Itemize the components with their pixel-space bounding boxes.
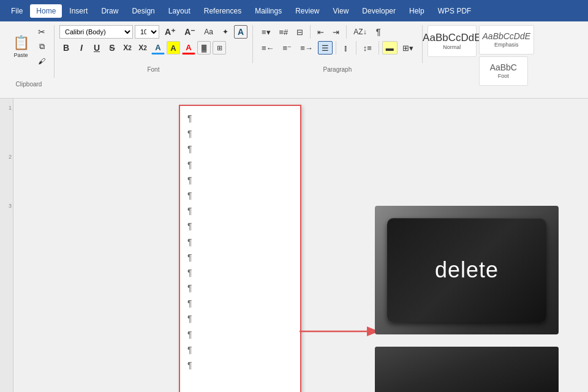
text-effects-button[interactable]: A [234, 25, 247, 39]
style-normal-preview: AaBbCcDdE [423, 32, 481, 43]
shading-button[interactable]: ▬ [382, 41, 398, 55]
underline-button[interactable]: U [90, 41, 104, 55]
para-mark-12: ¶ [187, 281, 293, 296]
cut-button[interactable]: ✂ [34, 25, 49, 39]
copy-button[interactable]: ⧉ [34, 40, 49, 53]
arrow-graphic [300, 319, 385, 344]
line-spacing-button[interactable]: ↕≡ [360, 41, 375, 55]
para-mark-11: ¶ [187, 265, 293, 281]
para-mark-8: ¶ [187, 219, 293, 234]
menu-developer[interactable]: Developer [356, 4, 402, 18]
font-name-selector[interactable]: Calibri (Body) [59, 25, 133, 39]
para-mark-4: ¶ [187, 157, 293, 173]
increase-indent-button[interactable]: ⇥ [329, 25, 343, 39]
menu-bar: File Home Insert Draw Design Layout Refe… [0, 0, 588, 21]
menu-file[interactable]: File [5, 4, 29, 18]
multilevel-list-button[interactable]: ⊟ [293, 25, 307, 39]
clipboard-label: Clipboard [4, 81, 54, 88]
ruler-mark-2: 2 [0, 154, 13, 203]
change-case-button[interactable]: Aa [200, 25, 217, 39]
menu-insert[interactable]: Insert [63, 4, 94, 18]
doc-area: ¶ ¶ ¶ ¶ ¶ ¶ ¶ ¶ ¶ ¶ ¶ ¶ ¶ ¶ ¶ ¶ ¶ delete [13, 99, 588, 392]
decrease-indent-button[interactable]: ⇤ [314, 25, 328, 39]
ruler-mark-3: 3 [0, 203, 13, 252]
para-mark-3: ¶ [187, 141, 293, 157]
style-emphasis-box[interactable]: AaBbCcDdE Emphasis [479, 25, 534, 55]
document-page[interactable]: ¶ ¶ ¶ ¶ ¶ ¶ ¶ ¶ ¶ ¶ ¶ ¶ ¶ ¶ ¶ ¶ ¶ [179, 105, 301, 392]
menu-wps-pdf[interactable]: WPS PDF [432, 4, 478, 18]
text-color-button[interactable]: A [182, 41, 195, 55]
menu-help[interactable]: Help [403, 4, 431, 18]
para-mark-5: ¶ [187, 173, 293, 188]
bullets-button[interactable]: ≡▾ [258, 25, 274, 39]
para-mark-9: ¶ [187, 235, 293, 250]
style-emphasis-label: Emphasis [494, 42, 519, 48]
style-normal-box[interactable]: AaBbCcDdE Normal [428, 25, 477, 57]
app-area: 1 2 3 ¶ ¶ ¶ ¶ ¶ ¶ ¶ ¶ ¶ ¶ ¶ ¶ ¶ ¶ ¶ ¶ ¶ [0, 99, 588, 392]
justify-button[interactable]: ☰ [318, 41, 333, 55]
style-normal-label: Normal [443, 44, 461, 50]
backspace-key-image: ← Backspace [375, 347, 559, 392]
para-mark-7: ¶ [187, 203, 293, 219]
delete-key-cap: delete [387, 218, 546, 322]
highlight-button[interactable]: A [167, 41, 180, 55]
show-marks-button[interactable]: ¶ [372, 25, 385, 39]
para-mark-16: ¶ [187, 342, 293, 358]
clipboard-group: 📋 Paste ✂ ⧉ 🖌 Clipboard [4, 25, 55, 78]
menu-design[interactable]: Design [126, 4, 160, 18]
ruler-sidebar: 1 2 3 [0, 99, 13, 392]
clear-format-button[interactable]: ✦ [219, 25, 232, 39]
font-label: Font [55, 66, 252, 73]
paragraph-group: ≡▾ ≡# ⊟ ⇤ ⇥ AZ↓ ¶ ≡← ≡⁻ ≡→ ☰ ⫿ ↕≡ ▬ [253, 25, 423, 63]
para-mark-15: ¶ [187, 327, 293, 342]
subscript-button[interactable]: X2 [121, 41, 134, 55]
decrease-font-button[interactable]: A⁻ [181, 25, 198, 39]
paragraph-label: Paragraph [253, 66, 422, 73]
backspace-key-cap: ← Backspace [375, 347, 559, 392]
menu-references[interactable]: References [198, 4, 247, 18]
increase-font-button[interactable]: A⁺ [161, 25, 179, 39]
font-color-button[interactable]: A [151, 41, 165, 55]
ribbon: 📋 Paste ✂ ⧉ 🖌 Clipboard Calibri (Body) 1… [0, 21, 588, 99]
style-foot-label: Foot [498, 73, 509, 79]
align-right-button[interactable]: ≡→ [296, 41, 317, 55]
styles-group: AaBbCcDdE Normal AaBbCcDdE Emphasis AaBb… [423, 25, 584, 96]
strikethrough-button[interactable]: S [105, 41, 119, 55]
para-mark-17: ¶ [187, 358, 293, 373]
align-center-button[interactable]: ≡⁻ [279, 41, 296, 55]
menu-layout[interactable]: Layout [162, 4, 197, 18]
menu-view[interactable]: View [327, 4, 355, 18]
delete-key-text: delete [435, 257, 499, 283]
numbering-button[interactable]: ≡# [276, 25, 292, 39]
para-mark-10: ¶ [187, 250, 293, 265]
para-mark-6: ¶ [187, 188, 293, 203]
menu-review[interactable]: Review [289, 4, 325, 18]
border-button[interactable]: ⊞▾ [399, 41, 417, 55]
style-foot-box[interactable]: AaBbC Foot [479, 56, 528, 86]
para-mark-13: ¶ [187, 296, 293, 311]
bold-button[interactable]: B [59, 41, 73, 55]
font-group: Calibri (Body) 10 A⁺ A⁻ Aa ✦ A B I U S X… [55, 25, 253, 63]
menu-mailings[interactable]: Mailings [249, 4, 288, 18]
style-emphasis-preview: AaBbCcDdE [483, 32, 531, 40]
para-mark-14: ¶ [187, 311, 293, 326]
menu-draw[interactable]: Draw [95, 4, 124, 18]
paste-button[interactable]: 📋 Paste [9, 33, 33, 60]
char-border-button[interactable]: ⊞ [213, 41, 226, 55]
italic-button[interactable]: I [75, 41, 88, 55]
superscript-button[interactable]: X2 [136, 41, 149, 55]
columns-button[interactable]: ⫿ [339, 41, 353, 55]
sort-button[interactable]: AZ↓ [350, 25, 370, 39]
char-shading-button[interactable]: ▓ [197, 41, 211, 55]
align-left-button[interactable]: ≡← [258, 41, 278, 55]
style-foot-preview: AaBbC [490, 63, 517, 72]
delete-key-image: delete [375, 206, 559, 334]
para-mark-2: ¶ [187, 126, 293, 141]
format-painter-button[interactable]: 🖌 [34, 55, 49, 68]
font-size-selector[interactable]: 10 [135, 25, 159, 39]
ruler-mark-1: 1 [0, 105, 13, 154]
para-mark-1: ¶ [187, 111, 293, 126]
menu-home[interactable]: Home [30, 4, 62, 18]
